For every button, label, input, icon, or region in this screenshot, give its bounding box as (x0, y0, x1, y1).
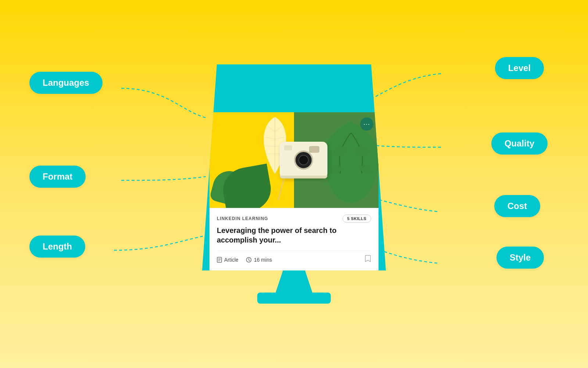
article-icon (217, 257, 222, 263)
provider-name: LINKEDIN LEARNING (217, 216, 268, 221)
content-provider-row: LINKEDIN LEARNING 5 SKILLS (217, 215, 371, 223)
label-languages: Languages (29, 72, 103, 94)
meta-type: Article (217, 257, 239, 263)
content-title: Leveraging the power of search to accomp… (217, 226, 371, 245)
content-meta: Article 16 mins (217, 251, 371, 265)
label-level: Level (495, 57, 544, 79)
label-length: Length (29, 236, 85, 258)
bookmark-icon (365, 255, 371, 263)
monitor-frame: ··· LINKEDIN LEARNING 5 SKILLS Leveragin… (202, 64, 386, 270)
meta-duration: 16 mins (246, 257, 272, 263)
more-options-button[interactable]: ··· (360, 117, 373, 131)
monitor-screen: ··· LINKEDIN LEARNING 5 SKILLS Leveragin… (209, 112, 379, 270)
label-quality: Quality (491, 132, 548, 155)
scene: .dline { stroke: #00C8CC; stroke-width: … (0, 0, 588, 368)
label-cost: Cost (494, 195, 540, 217)
monitor-stand-base (257, 293, 331, 304)
monitor-stand-neck (276, 270, 312, 293)
card-content: LINKEDIN LEARNING 5 SKILLS Leveraging th… (209, 208, 379, 270)
bookmark-button[interactable] (365, 255, 371, 265)
camera-image (280, 142, 327, 178)
screen-image: ··· (209, 112, 379, 208)
clock-icon (246, 257, 252, 263)
label-style: Style (496, 247, 544, 269)
monitor: ··· LINKEDIN LEARNING 5 SKILLS Leveragin… (202, 64, 386, 304)
svg-line-19 (249, 260, 250, 261)
skills-badge: 5 SKILLS (343, 215, 371, 223)
label-format: Format (29, 166, 86, 188)
